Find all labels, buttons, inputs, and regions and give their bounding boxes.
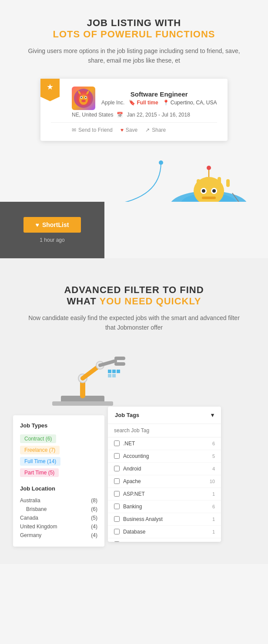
tag-item-net[interactable]: .NET 6 [108,437,221,450]
svg-rect-20 [202,197,216,199]
tag-list: .NET 6 Accounting 5 Android 4 Apache 10 … [108,437,221,542]
heart-filled-icon: ♥ [36,221,39,228]
job-title-group: Software Engineer Apple Inc. 🔖 Full time… [101,90,217,106]
shortlist-area: ♥ ShortList 1 hour ago [0,202,268,258]
tag-item-apache[interactable]: Apache 10 [108,475,221,488]
location-germany[interactable]: Germany(4) [20,531,97,540]
tag-item-banking[interactable]: Banking 6 [108,501,221,513]
svg-rect-13 [205,177,209,185]
svg-rect-12 [197,179,200,187]
svg-rect-45 [114,357,125,360]
svg-rect-49 [117,370,120,373]
company-logo [72,87,95,110]
svg-point-7 [159,160,163,165]
filter-section: Job Types Contract (6) Freelance (7) Ful… [0,346,268,564]
section-advanced-filter: ADVANCED FILTER TO FIND WHAT YOU NEED QU… [0,258,268,346]
section2-heading2: WHAT YOU NEED QUICKLY [26,296,242,307]
heart-icon: ♥ [121,127,124,133]
job-tags-dropdown-header[interactable]: Job Tags ▾ [108,407,221,424]
job-meta-row: Apple Inc. 🔖 Full time 📍 Cupertino, CA, … [101,100,217,106]
tag-item-aspnet[interactable]: ASP.NET 1 [108,488,221,501]
envelope-icon: ✉ [72,127,76,133]
calendar-icon: 📅 [117,112,123,118]
svg-rect-47 [108,370,111,373]
svg-rect-39 [52,401,113,406]
star-icon: ★ [47,82,54,92]
location-australia[interactable]: Australia(8) [20,496,97,505]
filter-panels: Job Types Contract (6) Freelance (7) Ful… [0,407,268,547]
tag-item-database[interactable]: Database 1 [108,526,221,538]
save-btn[interactable]: ♥ Save [121,127,137,133]
job-card-wrapper: ★ [26,79,242,141]
section1-subtitle: Giving users more options in the job lis… [26,46,242,66]
chevron-down-icon: ▾ [211,412,214,418]
svg-rect-46 [114,362,125,366]
region: NE, United States [72,112,113,118]
section1-heading1: JOB LISTING WITH [26,17,242,29]
robot-placeholder [104,202,268,258]
svg-point-19 [212,189,216,193]
job-location: 📍 Cupertino, CA, USA [163,100,217,106]
svg-point-22 [207,166,211,170]
svg-point-6 [81,100,86,102]
section2-heading1: ADVANCED FILTER TO FIND [26,284,242,296]
right-filter-panel: Job Tags ▾ .NET 6 Accounting 5 Android 4 [108,407,221,542]
company-name: Apple Inc. [101,100,124,106]
job-card-header: Software Engineer Apple Inc. 🔖 Full time… [72,87,217,110]
parttime-tag[interactable]: Part Time (5) [20,468,59,477]
bookmark-icon: 🔖 [129,100,135,106]
tag-item-android[interactable]: Android 4 [108,463,221,475]
shortlist-button[interactable]: ♥ ShortList [23,217,81,233]
shortlist-time: 1 hour ago [40,237,64,243]
pin-icon: 📍 [163,100,169,106]
job-dates: Jan 22, 2015 - Jul 16, 2018 [127,112,190,118]
job-title: Software Engineer [101,90,217,98]
location-uk[interactable]: United Kingdom(4) [20,522,97,531]
location-brisbane[interactable]: Brisbane(6) [20,505,97,514]
svg-rect-14 [218,177,221,185]
job-type-tags: Contract (6) Freelance (7) Full Time (14… [20,433,97,478]
job-types-title: Job Types [20,422,97,429]
tag-item-designer[interactable]: designer 5 [108,538,221,542]
job-location-title: Job Location [20,485,97,492]
send-to-friend-btn[interactable]: ✉ Send to Friend [72,127,113,133]
job-tags-title: Job Tags [115,412,139,418]
section2-subtitle: Now candidate easily find the expected j… [26,313,242,333]
svg-point-5 [85,97,87,98]
svg-point-18 [202,189,205,193]
shortlist-panel: ♥ ShortList 1 hour ago [0,202,104,258]
search-tag-input[interactable] [108,424,221,437]
share-icon: ↗ [145,127,150,133]
svg-point-4 [81,97,82,98]
share-btn[interactable]: ↗ Share [145,127,166,133]
section1-heading2: LOTS OF POWERUL FUNCTIONS [26,29,242,40]
job-type-badge: 🔖 Full time [129,100,158,106]
left-filter-panel: Job Types Contract (6) Freelance (7) Ful… [13,415,104,547]
contract-tag[interactable]: Contract (6) [20,434,56,443]
location-canada[interactable]: Canada(5) [20,514,97,522]
freelance-tag[interactable]: Freelance (7) [20,446,60,454]
fulltime-tag[interactable]: Full Time (14) [20,457,60,466]
section-job-listing: JOB LISTING WITH LOTS OF POWERUL FUNCTIO… [0,0,268,150]
job-location-section: Job Location Australia(8) Brisbane(6) Ca… [20,485,97,540]
tag-item-business-analyst[interactable]: Business Analyst 1 [108,513,221,526]
featured-badge: ★ [40,79,60,101]
svg-rect-48 [112,370,116,373]
svg-rect-15 [226,179,230,187]
job-date-row: NE, United States 📅 Jan 22, 2015 - Jul 1… [72,112,217,118]
card-divider [51,122,217,123]
svg-rect-51 [112,374,116,377]
job-actions: ✉ Send to Friend ♥ Save ↗ Share [72,127,217,133]
job-card: ★ [40,79,228,141]
tag-item-accounting[interactable]: Accounting 5 [108,450,221,463]
robot-arm-area [0,346,268,407]
svg-rect-50 [108,374,111,377]
